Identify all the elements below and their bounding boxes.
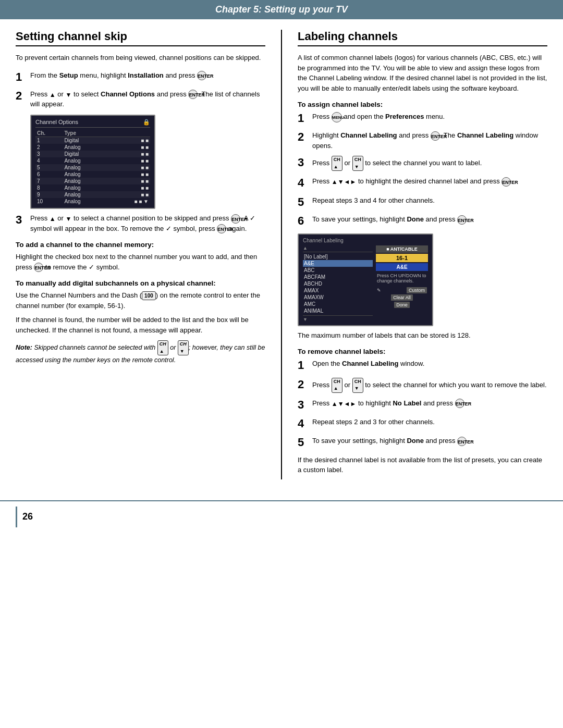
list-item-animal: ANIMAL: [303, 307, 373, 314]
table-row: 9Analog■ ■: [35, 191, 150, 198]
list-item-amc: AMC: [303, 301, 373, 307]
remove-step-5: 5 To save your settings, highlight Done …: [298, 436, 547, 449]
or-text: or: [170, 344, 176, 351]
page-number: 26: [22, 511, 33, 522]
list-scroll-up: ▲: [303, 245, 373, 252]
remove-step-number-5: 5: [298, 436, 312, 449]
step-number-3: 3: [16, 213, 30, 227]
list-item-abcfam: ABCFAM: [303, 274, 373, 280]
assign-step-1: 1 Press MENU and open the Preferences me…: [298, 112, 547, 125]
labeling-screen-title: Channel Labeling: [303, 238, 428, 243]
ch-up-icon-r3: CH▲: [332, 156, 342, 171]
step-3: 3 Press ▲ or ▼ to select a channel posit…: [16, 213, 265, 233]
table-row: 4Analog■ ■: [35, 157, 150, 164]
table-row: 2Analog■ ■: [35, 144, 150, 151]
enter-icon-3: ENTER: [231, 214, 240, 224]
screen-icons: 🔒: [143, 119, 150, 126]
label-buttons: ✎ Custom Clear All Done: [376, 287, 428, 309]
dash-icon: 100: [142, 291, 156, 300]
labeling-screen-inner: ▲ [No Label] A&E ABC ABCFAM ABCHD AMAX A…: [303, 245, 428, 322]
list-item-abchd: ABCHD: [303, 280, 373, 287]
assign-step-content-4: Press ▲▼◄► to highlight the desired chan…: [312, 176, 547, 187]
remove-step-number-4: 4: [298, 417, 312, 430]
step-1: 1 From the Setup menu, highlight Install…: [16, 70, 265, 84]
enter-icon-3b: ENTER: [217, 224, 226, 233]
remove-step-content-4: Repeat steps 2 and 3 for other channels.: [312, 417, 547, 427]
table-row: 6Analog■ ■: [35, 171, 150, 178]
assign-step-3: 3 Press CH▲ or CH▼ to select the channel…: [298, 156, 547, 171]
remove-step-content-1: Open the Channel Labeling window.: [312, 359, 547, 369]
list-item-amaxw: AMAXW: [303, 294, 373, 301]
manually-add-text1: Use the Channel Numbers and the Dash (10…: [16, 290, 265, 311]
list-scroll-down: ▼: [303, 315, 373, 322]
arrow-up-icon-3: ▲: [50, 215, 56, 223]
remove-step-content-5: To save your settings, highlight Done an…: [312, 436, 547, 446]
right-column: Labeling channels A list of common chann…: [281, 30, 547, 479]
remove-step-number-1: 1: [298, 359, 312, 372]
ch-updown-info: Press CH UP/DOWN to change channels.: [376, 272, 428, 285]
arrow-keys-rm3: ▲▼◄►: [332, 400, 357, 407]
note-box: Note: Skipped channels cannot be selecte…: [16, 340, 265, 365]
enter-icon-rm5: ENTER: [457, 437, 467, 446]
manually-add-heading: To manually add digital subchannels on a…: [16, 279, 265, 287]
add-channel-text: Highlight the checked box next to the ch…: [16, 252, 265, 272]
step-number-2: 2: [16, 89, 30, 103]
table-row: 5Analog■ ■: [35, 164, 150, 171]
manually-add-text2: If the channel is found, the number will…: [16, 315, 265, 335]
enter-icon-a4: ENTER: [501, 177, 511, 187]
menu-icon: MENU: [332, 112, 342, 122]
label-list-column: ▲ [No Label] A&E ABC ABCFAM ABCHD AMAX A…: [303, 245, 373, 322]
assign-step-content-1: Press MENU and open the Preferences menu…: [312, 112, 547, 122]
done-button-row: Done: [376, 301, 428, 309]
table-row: 8Analog■ ■: [35, 184, 150, 191]
page-footer: 26: [0, 500, 563, 533]
assign-step-number-1: 1: [298, 112, 312, 125]
chapter-title: Chapter 5: Setting up your TV: [215, 4, 348, 15]
assign-step-content-5: Repeat steps 3 and 4 for other channels.: [312, 195, 547, 206]
custom-label-text: If the desired channel label is not avai…: [298, 455, 547, 475]
assign-step-6: 6 To save your settings, highlight Done …: [298, 214, 547, 228]
assign-step-number-3: 3: [298, 156, 312, 169]
remove-step-3: 3 Press ▲▼◄► to highlight No Label and p…: [298, 398, 547, 412]
page-header: Chapter 5: Setting up your TV: [0, 0, 563, 19]
col-icons-header: [108, 130, 150, 137]
enter-icon-add: ENTER: [34, 263, 43, 272]
screen-title-bar: Channel Options 🔒: [35, 119, 150, 128]
page-content: Setting channel skip To prevent certain …: [0, 19, 563, 490]
step-number-1: 1: [16, 70, 30, 84]
screen-title: Channel Options: [35, 119, 78, 125]
assign-step-number-2: 2: [298, 130, 312, 144]
step-content-1: From the Setup menu, highlight Installat…: [30, 70, 265, 81]
arrow-down-icon: ▼: [66, 91, 72, 98]
enter-icon-a6: ENTER: [457, 215, 467, 225]
selected-channel-display: 16-1: [376, 254, 428, 262]
selected-label-display: A&E: [376, 263, 428, 271]
arrow-up-icon: ▲: [50, 91, 56, 98]
assign-step-content-6: To save your settings, highlight Done an…: [312, 214, 547, 225]
step-content-2: Press ▲ or ▼ to select Channel Options a…: [30, 89, 265, 109]
table-row: 1Digital■ ■: [35, 137, 150, 144]
arrow-down-icon-3: ▼: [66, 215, 72, 223]
left-section-title: Setting channel skip: [16, 30, 265, 46]
col-type-header: Type: [63, 130, 108, 137]
remove-step-2: 2 Press CH▲ or CH▼ to select the channel…: [298, 378, 547, 393]
enter-icon-2: ENTER: [188, 90, 198, 99]
step-content-3: Press ▲ or ▼ to select a channel positio…: [30, 213, 265, 233]
assign-step-content-2: Highlight Channel Labeling and press ENT…: [312, 130, 547, 151]
assign-step-number-5: 5: [298, 195, 312, 209]
assign-heading: To assign channel labels:: [298, 101, 547, 108]
ch-up-icon-rm2: CH▲: [332, 378, 342, 393]
remove-step-4: 4 Repeat steps 2 and 3 for other channel…: [298, 417, 547, 430]
max-labels-text: The maximum number of labels that can be…: [298, 330, 547, 341]
right-section-title: Labeling channels: [298, 30, 547, 46]
custom-button: Custom: [407, 287, 427, 293]
assign-step-content-3: Press CH▲ or CH▼ to select the channel y…: [312, 156, 547, 171]
col-ch-header: Ch.: [35, 130, 63, 137]
table-row: 3Digital■ ■: [35, 151, 150, 157]
remove-step-number-2: 2: [298, 378, 312, 391]
table-row: 10Analog■ ■ ▼: [35, 198, 150, 205]
table-row: 7Analog■ ■: [35, 178, 150, 184]
assign-step-number-6: 6: [298, 214, 312, 228]
ch-down-icon-note: CH▼: [178, 340, 189, 355]
ant-cable-label: ■ ANT/CABLE: [376, 245, 428, 253]
